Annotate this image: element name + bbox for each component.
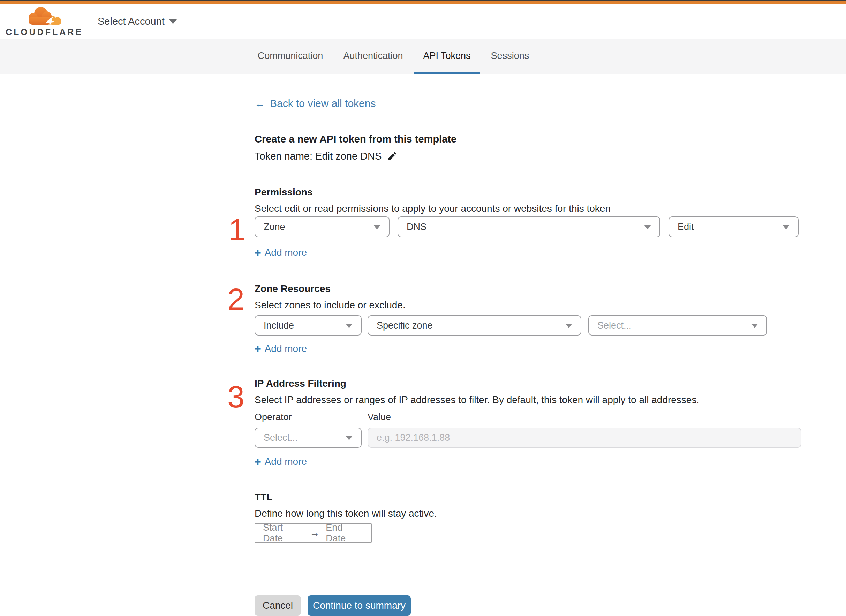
chevron-down-icon	[644, 225, 651, 229]
chevron-down-icon	[346, 324, 353, 328]
permissions-select-row: Zone DNS Edit	[255, 216, 803, 237]
top-orange-bar	[0, 1, 846, 4]
ip-filtering-heading: IP Address Filtering	[255, 377, 803, 390]
page-title: Create a new API token from this templat…	[255, 132, 803, 146]
permission-group-value: DNS	[407, 221, 427, 232]
ttl-date-range-picker[interactable]: Start Date → End Date	[255, 523, 372, 543]
back-link-label: Back to view all tokens	[270, 97, 375, 110]
account-selector[interactable]: Select Account	[98, 16, 177, 27]
profile-tabbar: Communication Authentication API Tokens …	[0, 40, 846, 74]
permission-level-value: Edit	[678, 221, 694, 232]
zone-resources-add-more-link[interactable]: + Add more	[255, 343, 307, 355]
tab-authentication[interactable]: Authentication	[334, 40, 412, 74]
chevron-down-icon	[751, 324, 758, 328]
permissions-add-more-label: Add more	[265, 247, 307, 258]
continue-to-summary-button[interactable]: Continue to summary	[308, 595, 411, 616]
permission-scope-value: Zone	[263, 221, 285, 232]
permissions-heading: Permissions	[255, 186, 803, 199]
plus-icon: +	[255, 343, 261, 354]
tab-sessions[interactable]: Sessions	[481, 40, 539, 74]
token-name-row: Token name: Edit zone DNS	[255, 149, 803, 163]
permission-group-select[interactable]: DNS	[397, 216, 660, 237]
cloudflare-wordmark: CLOUDFLARE	[6, 27, 83, 37]
chevron-down-icon	[783, 225, 790, 229]
permissions-description: Select edit or read permissions to apply…	[255, 202, 803, 215]
zone-resources-select-row: Include Specific zone Select...	[255, 315, 803, 336]
back-to-tokens-link[interactable]: ← Back to view all tokens	[255, 97, 375, 110]
zone-type-value: Specific zone	[377, 320, 433, 331]
end-date-placeholder: End Date	[326, 522, 363, 544]
cancel-button[interactable]: Cancel	[255, 595, 301, 616]
ip-filtering-add-more-link[interactable]: + Add more	[255, 456, 307, 468]
operator-label: Operator	[255, 411, 368, 423]
ip-operator-select[interactable]: Select...	[255, 427, 362, 448]
back-arrow-icon: ←	[255, 97, 265, 110]
zone-resources-heading: Zone Resources	[255, 283, 803, 295]
step-marker-2: 2	[227, 284, 244, 315]
permission-scope-select[interactable]: Zone	[255, 216, 390, 237]
ttl-heading: TTL	[255, 491, 803, 503]
chevron-down-icon	[169, 19, 177, 24]
chevron-down-icon	[565, 324, 572, 328]
chevron-down-icon	[346, 436, 353, 440]
app-header: CLOUDFLARE Select Account	[0, 4, 846, 40]
ip-filtering-add-more-label: Add more	[265, 456, 307, 468]
zone-include-select[interactable]: Include	[255, 315, 362, 336]
step-marker-3: 3	[227, 381, 244, 412]
plus-icon: +	[255, 456, 261, 467]
step-marker-1: 1	[228, 214, 246, 245]
zone-picker-value: Select...	[597, 320, 631, 331]
ip-operator-value: Select...	[263, 433, 298, 443]
arrow-right-icon: →	[310, 528, 319, 539]
tab-api-tokens[interactable]: API Tokens	[414, 40, 480, 74]
footer-actions: Cancel Continue to summary	[255, 595, 803, 616]
token-name-text: Token name: Edit zone DNS	[255, 149, 381, 163]
zone-picker-select[interactable]: Select...	[588, 315, 767, 336]
chevron-down-icon	[374, 225, 380, 229]
ip-value-input[interactable]	[368, 427, 801, 448]
edit-pencil-icon[interactable]	[387, 151, 397, 161]
api-token-template-page: 1 2 3 ← Back to view all tokens Create a…	[0, 74, 846, 616]
value-label: Value	[368, 411, 391, 423]
ip-filtering-labels: Operator Value	[255, 411, 803, 423]
cloudflare-cloud-icon	[25, 6, 63, 26]
permission-level-select[interactable]: Edit	[668, 216, 799, 237]
start-date-placeholder: Start Date	[263, 522, 303, 544]
cloudflare-logo[interactable]: CLOUDFLARE	[11, 6, 77, 37]
zone-include-value: Include	[263, 320, 294, 331]
ip-filtering-row: Select...	[255, 427, 803, 448]
permissions-add-more-link[interactable]: + Add more	[255, 247, 307, 258]
tab-communication[interactable]: Communication	[248, 40, 333, 74]
zone-type-select[interactable]: Specific zone	[368, 315, 581, 336]
account-selector-label: Select Account	[98, 16, 165, 27]
zone-resources-description: Select zones to include or exclude.	[255, 299, 803, 311]
ip-filtering-description: Select IP addresses or ranges of IP addr…	[255, 394, 803, 406]
zone-resources-add-more-label: Add more	[265, 343, 307, 355]
ttl-description: Define how long this token will stay act…	[255, 507, 803, 520]
footer-divider	[255, 582, 803, 583]
plus-icon: +	[255, 247, 261, 258]
